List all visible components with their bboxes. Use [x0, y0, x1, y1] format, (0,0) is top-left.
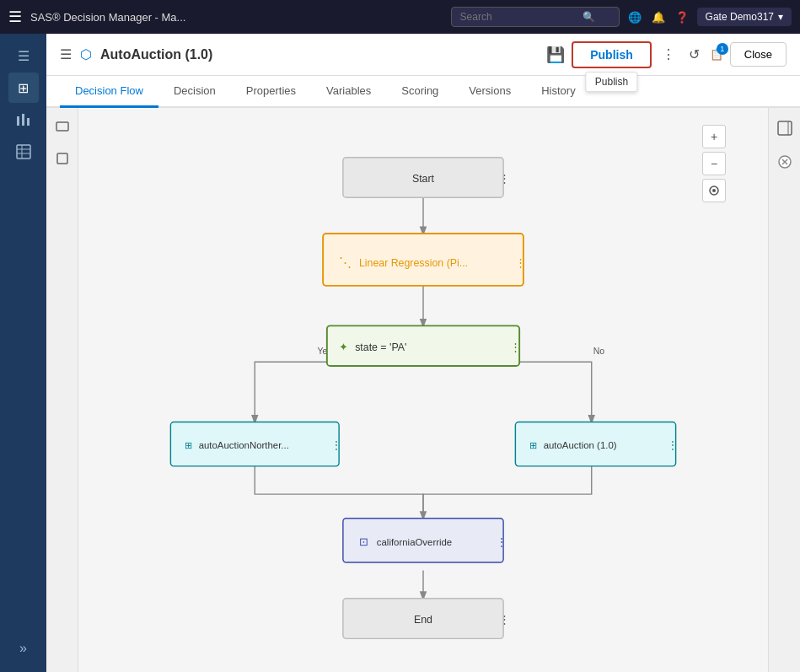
svg-text:autoAuction (1.0): autoAuction (1.0) [544, 440, 617, 450]
top-bar-icons: 🌐 🔔 ❓ [628, 11, 689, 24]
svg-text:No: No [593, 347, 605, 356]
page-title: AutoAuction (1.0) [100, 47, 538, 62]
hamburger-icon[interactable]: ☰ [8, 8, 22, 26]
svg-rect-7 [56, 122, 68, 131]
sidebar-expand-icon[interactable]: » [8, 633, 39, 664]
globe-icon[interactable]: 🌐 [628, 11, 642, 24]
user-name: Gate Demo317 [706, 11, 774, 23]
publish-button[interactable]: Publish [572, 41, 652, 68]
list-view-icon[interactable]: ☰ [60, 46, 72, 62]
zoom-controls: + − [702, 125, 726, 202]
svg-rect-42 [778, 121, 792, 135]
help-icon[interactable]: ❓ [675, 11, 689, 24]
publish-button-container: Publish Publish [572, 41, 652, 68]
left-panel-tools [46, 108, 78, 672]
sidebar-item-menu[interactable]: ☰ [8, 40, 39, 71]
tab-decision[interactable]: Decision [158, 76, 231, 108]
bell-icon[interactable]: 🔔 [652, 11, 665, 24]
right-panel-icon[interactable] [773, 116, 797, 140]
close-panel-icon[interactable] [773, 150, 797, 174]
sidebar-item-grid[interactable]: ⊞ [8, 73, 39, 103]
svg-rect-8 [57, 153, 67, 164]
app-title: SAS® Decision Manager - Ma... [30, 11, 443, 24]
selection-tool[interactable] [51, 116, 74, 140]
tab-properties[interactable]: Properties [231, 76, 311, 108]
svg-text:⋮: ⋮ [515, 256, 526, 269]
svg-text:californiaOverride: californiaOverride [377, 537, 452, 547]
svg-rect-3 [17, 145, 30, 159]
more-options-button[interactable]: ⋮ [658, 43, 679, 66]
search-icon: 🔍 [583, 11, 595, 23]
block-tool[interactable] [51, 147, 74, 170]
flow-icon: ⬡ [80, 46, 92, 62]
diagram-area[interactable]: Yes No Start ⋮ ⋱ Linear Regression (Pi..… [78, 108, 768, 672]
svg-point-41 [712, 189, 716, 192]
svg-text:Start: Start [412, 173, 435, 185]
svg-text:⋮: ⋮ [668, 439, 678, 451]
zoom-fit-button[interactable] [702, 179, 726, 202]
content-area: ☰ ⬡ AutoAuction (1.0) 💾 Publish Publish … [46, 34, 800, 672]
publish-tooltip: Publish [586, 72, 637, 92]
zoom-out-button[interactable]: − [702, 152, 726, 175]
left-sidebar: ☰ ⊞ » [0, 34, 46, 672]
user-menu[interactable]: Gate Demo317 ▾ [697, 8, 792, 26]
tab-decision-flow[interactable]: Decision Flow [60, 76, 158, 108]
svg-text:⋮: ⋮ [510, 341, 521, 353]
chevron-down-icon: ▾ [778, 11, 783, 23]
top-navigation-bar: ☰ SAS® Decision Manager - Ma... 🔍 🌐 🔔 ❓ … [0, 0, 800, 34]
zoom-in-button[interactable]: + [702, 125, 726, 148]
svg-text:⊞: ⊞ [185, 440, 192, 450]
close-button[interactable]: Close [730, 42, 787, 67]
svg-text:End: End [414, 614, 432, 626]
search-box[interactable]: 🔍 [451, 7, 620, 27]
tab-scoring[interactable]: Scoring [386, 76, 454, 108]
main-layout: ☰ ⊞ » ☰ ⬡ AutoAuction (1.0) [0, 34, 800, 672]
flow-canvas: Yes No Start ⋮ ⋱ Linear Regression (Pi..… [46, 108, 800, 672]
right-tools-panel [768, 108, 800, 672]
svg-text:autoAuctionNorther...: autoAuctionNorther... [199, 440, 289, 450]
header-bar: ☰ ⬡ AutoAuction (1.0) 💾 Publish Publish … [46, 34, 800, 76]
sidebar-item-chart[interactable] [8, 105, 39, 135]
refresh-button[interactable]: ↺ [685, 43, 703, 66]
notification-badge[interactable]: 📋 1 [710, 48, 723, 61]
svg-text:⋮: ⋮ [497, 536, 507, 548]
save-button[interactable]: 💾 [546, 46, 565, 64]
flow-diagram-svg: Yes No Start ⋮ ⋱ Linear Regression (Pi..… [78, 108, 768, 672]
svg-text:⋮: ⋮ [499, 172, 510, 185]
svg-text:⋮: ⋮ [499, 613, 510, 626]
svg-rect-1 [22, 114, 24, 126]
header-actions: 💾 Publish Publish ⋮ ↺ 📋 1 Close [546, 41, 787, 68]
search-input[interactable] [460, 11, 578, 23]
svg-text:⋱: ⋱ [339, 255, 352, 269]
svg-text:⊡: ⊡ [359, 535, 368, 548]
tab-history[interactable]: History [526, 76, 590, 108]
sidebar-item-table[interactable] [8, 137, 39, 167]
svg-text:state = 'PA': state = 'PA' [355, 341, 406, 353]
svg-text:Linear Regression (Pi...: Linear Regression (Pi... [359, 257, 468, 269]
svg-text:⋮: ⋮ [331, 439, 341, 451]
svg-rect-2 [27, 118, 30, 126]
svg-text:✦: ✦ [339, 341, 348, 353]
sidebar-bottom: » [8, 633, 39, 672]
svg-rect-0 [17, 116, 19, 126]
tab-versions[interactable]: Versions [454, 76, 526, 108]
notification-count: 1 [717, 43, 728, 55]
svg-text:⊞: ⊞ [529, 440, 537, 450]
tab-variables[interactable]: Variables [311, 76, 386, 108]
tabs-bar: Decision Flow Decision Properties Variab… [46, 76, 800, 108]
